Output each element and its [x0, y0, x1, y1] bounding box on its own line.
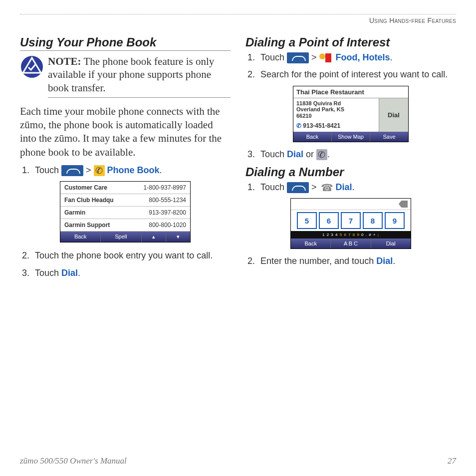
contact-name: Garmin Support — [64, 222, 110, 229]
right-column: Dialing a Point of Interest Touch > Food… — [245, 33, 456, 284]
step-text: Touch — [35, 268, 61, 278]
strip-segment: 0 . # + ; — [361, 233, 379, 237]
back-button: Back — [293, 132, 332, 142]
note-label: NOTE: — [48, 55, 81, 67]
poi-phone: 913-451-8421 — [293, 121, 379, 132]
down-arrow-icon: ▾ — [166, 232, 190, 242]
poi-step-1: Touch > Food, Hotels. — [257, 51, 456, 63]
heading-poi: Dialing a Point of Interest — [245, 35, 456, 49]
poi-screenshot: Thai Place Restaurant 11838 Quivira Rd O… — [293, 86, 409, 142]
key-7: 7 — [341, 212, 361, 229]
pb-step-1: Touch > Phone Book. — [32, 164, 231, 176]
backspace-icon — [399, 201, 408, 208]
num-step-2: Enter the number, and touch Dial. — [257, 255, 456, 267]
save-button: Save — [370, 132, 408, 142]
note-text: NOTE: The phone book feature is only ava… — [48, 55, 231, 98]
pb-step-2: Touch the phone book entry you want to c… — [32, 249, 231, 261]
phone-icon — [287, 182, 309, 193]
addr-line: Overland Park, KS — [296, 106, 344, 112]
step-sep: > — [309, 182, 319, 192]
phone-icon — [287, 52, 309, 63]
intro-paragraph: Each time your mobile phone connects wit… — [20, 105, 231, 159]
contact-number: 913-397-8200 — [149, 209, 186, 216]
heading-phone-book: Using Your Phone Book — [20, 35, 231, 51]
dial-link: Dial — [61, 268, 78, 278]
dial-link: Dial — [287, 149, 303, 159]
addr-line: 66210 — [296, 113, 312, 119]
table-row: Garmin Support 800-800-1020 — [60, 219, 190, 232]
left-column: Using Your Phone Book NOTE: The phone bo… — [20, 33, 231, 284]
phonebook-screenshot: Customer Care 1-800-937-8997 Fan Club He… — [60, 181, 191, 242]
contact-number: 1-800-937-8997 — [144, 184, 186, 191]
key-6: 6 — [319, 212, 339, 229]
note-icon — [20, 55, 44, 79]
dial-button: Dial — [371, 238, 411, 248]
step-text: Touch — [260, 182, 287, 192]
table-row: Garmin 913-397-8200 — [60, 207, 190, 219]
strip-segment: 1 2 3 4 — [322, 233, 338, 237]
num-step-1: Touch > Dial. — [257, 181, 456, 193]
step-text: Enter the number, and touch — [260, 256, 376, 266]
dial-scrollbar: 1 2 3 4 5 6 7 8 9 0 . # + ; — [291, 231, 411, 238]
table-row: Fan Club Headqu 800-555-1234 — [60, 194, 190, 207]
back-button: Back — [60, 232, 101, 242]
dial-link: Dial — [336, 182, 352, 192]
poi-title: Thai Place Restaurant — [293, 86, 408, 98]
phone-book-link: Phone Book — [107, 165, 160, 175]
abc-button: A B C — [331, 238, 371, 248]
dialpad-icon — [319, 182, 333, 193]
pb-step-3: Touch Dial. — [32, 267, 231, 279]
spell-button: Spell — [101, 232, 141, 242]
phone-icon — [61, 165, 83, 176]
contact-number: 800-800-1020 — [149, 222, 186, 229]
poi-step-2: Search for the point of interest you wan… — [257, 68, 456, 80]
poi-address: 11838 Quivira Rd Overland Park, KS 66210 — [293, 98, 379, 121]
dial-button: Dial — [379, 98, 408, 132]
step-sep: > — [83, 165, 94, 175]
up-arrow-icon: ▴ — [142, 232, 166, 242]
show-map-button: Show Map — [332, 132, 370, 142]
contact-number: 800-555-1234 — [149, 197, 186, 204]
step-text: Touch — [260, 52, 287, 62]
page-header: Using Hands-free Features — [20, 16, 456, 24]
phonebook-icon — [94, 165, 105, 176]
back-button: Back — [291, 238, 331, 248]
step-sep: > — [309, 52, 319, 62]
key-9: 9 — [385, 212, 405, 229]
call-icon — [316, 149, 327, 160]
contact-name: Customer Care — [64, 184, 107, 191]
strip-segment: 5 6 7 8 9 — [340, 233, 360, 237]
step-text: Touch — [260, 149, 287, 159]
dial-link: Dial — [376, 256, 393, 266]
header-rule — [20, 14, 456, 14]
heading-dial-number: Dialing a Number — [245, 165, 456, 179]
page-number: 27 — [448, 456, 456, 466]
dial-display — [291, 199, 411, 210]
key-8: 8 — [363, 212, 383, 229]
contact-name: Garmin — [64, 209, 85, 216]
dialpad-screenshot: 5 6 7 8 9 1 2 3 4 5 6 7 8 9 0 . # + ; Ba… — [290, 198, 411, 249]
step-sep: or — [303, 149, 316, 159]
food-hotels-link: Food, Hotels — [336, 52, 390, 62]
contact-name: Fan Club Headqu — [64, 197, 114, 204]
table-row: Customer Care 1-800-937-8997 — [60, 182, 190, 194]
step-text: Touch — [35, 165, 61, 175]
addr-line: 11838 Quivira Rd — [296, 100, 341, 106]
food-hotels-icon — [319, 52, 333, 63]
key-5: 5 — [297, 212, 317, 229]
poi-step-3: Touch Dial or . — [257, 148, 456, 160]
footer-manual-title: zūmo 500/550 Owner's Manual — [20, 456, 127, 466]
